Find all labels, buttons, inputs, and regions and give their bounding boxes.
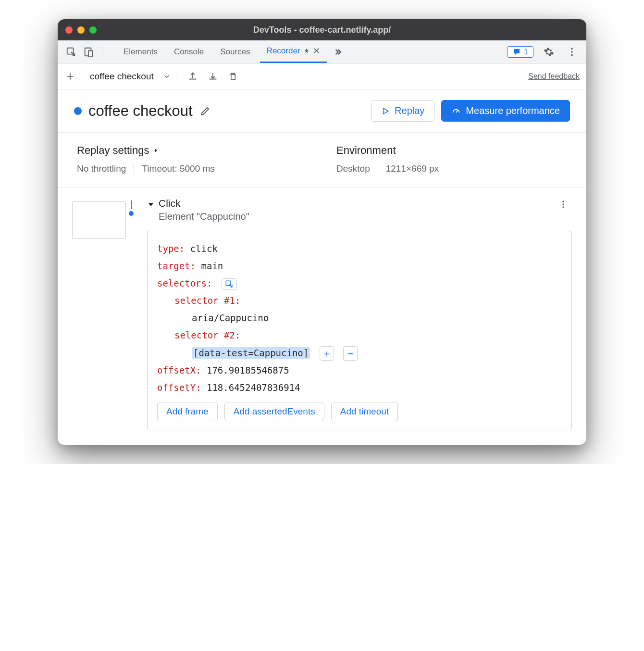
environment-block: Environment Desktop 1211×669 px — [336, 144, 567, 174]
remove-selector-button[interactable]: − — [343, 346, 358, 361]
tab-recorder[interactable]: Recorder ✕ — [260, 40, 327, 63]
divider — [81, 71, 81, 82]
row-offsety[interactable]: offsetY: 118.6452407836914 — [157, 379, 562, 396]
inspect-element-icon[interactable] — [64, 45, 78, 59]
replay-button[interactable]: Replay — [371, 100, 434, 122]
offsetx-val: 176.90185546875 — [207, 365, 289, 376]
tab-recorder-label: Recorder — [267, 46, 300, 56]
window-title: DevTools - coffee-cart.netlify.app/ — [253, 25, 391, 35]
devtools-window: DevTools - coffee-cart.netlify.app/ Elem… — [58, 19, 586, 445]
row-selector-2-val[interactable]: [data-test=Cappucino] ＋ − — [157, 344, 562, 362]
svg-point-3 — [571, 48, 573, 50]
add-asserted-events-button[interactable]: Add assertedEvents — [224, 402, 324, 421]
issues-badge[interactable]: 1 — [507, 46, 533, 58]
replay-settings-block: Replay settings No throttling Timeout: 5… — [77, 144, 308, 174]
svg-point-7 — [562, 203, 564, 205]
gauge-icon — [451, 106, 461, 116]
row-selector-1[interactable]: selector #1: — [157, 292, 562, 309]
more-tabs-icon[interactable] — [330, 40, 345, 63]
close-tab-icon[interactable]: ✕ — [313, 46, 320, 56]
svg-point-4 — [571, 51, 573, 53]
step-content: Click Element "Cappucino" type: click ta… — [136, 198, 572, 430]
tab-sources[interactable]: Sources — [213, 40, 257, 63]
settings-row: Replay settings No throttling Timeout: 5… — [58, 133, 586, 188]
delete-button[interactable] — [225, 69, 241, 84]
close-window-button[interactable] — [65, 26, 73, 34]
tab-elements[interactable]: Elements — [117, 40, 164, 63]
selectors-key: selectors — [157, 278, 207, 288]
import-button[interactable] — [205, 69, 221, 84]
recording-select-name: coffee checkout — [86, 71, 158, 82]
selector1-key: selector #1 — [174, 295, 235, 306]
offsety-val: 118.6452407836914 — [207, 382, 300, 393]
type-val: click — [190, 243, 218, 254]
svg-point-8 — [562, 206, 564, 208]
toolbar-right: 1 — [507, 44, 580, 60]
replay-settings-values: No throttling Timeout: 5000 ms — [77, 163, 308, 174]
offsety-key: offsetY — [157, 382, 196, 393]
add-recording-button[interactable] — [64, 71, 76, 82]
step-title: Click — [159, 198, 551, 209]
target-key: target — [157, 261, 190, 271]
row-selectors[interactable]: selectors: — [157, 275, 562, 292]
step-rail — [131, 200, 132, 209]
selector-picker-button[interactable] — [222, 278, 237, 290]
selector1-val: aria/Cappucino — [192, 313, 269, 323]
minimize-window-button[interactable] — [77, 26, 85, 34]
step-dot — [129, 211, 134, 216]
step-subtitle: Element "Cappucino" — [159, 211, 551, 222]
step-detail: type: click target: main selectors: sele… — [147, 231, 572, 430]
row-selector-2[interactable]: selector #2: — [157, 326, 562, 344]
measure-performance-button[interactable]: Measure performance — [441, 100, 570, 122]
send-feedback-link[interactable]: Send feedback — [528, 72, 580, 81]
selector2-key: selector #2 — [174, 330, 235, 340]
row-target[interactable]: target: main — [157, 257, 562, 275]
row-selector-1-val[interactable]: aria/Cappucino — [157, 309, 562, 326]
pin-icon — [303, 48, 310, 54]
main-toolbar: Elements Console Sources Recorder ✕ 1 — [58, 40, 586, 63]
recording-select[interactable] — [162, 72, 177, 81]
svg-rect-2 — [88, 50, 92, 57]
maximize-window-button[interactable] — [89, 26, 97, 34]
more-menu-icon[interactable] — [564, 44, 580, 60]
titlebar: DevTools - coffee-cart.netlify.app/ — [58, 19, 586, 40]
recording-title: coffee checkout — [88, 102, 193, 120]
row-offsetx[interactable]: offsetX: 176.90185546875 — [157, 362, 562, 379]
device-value: Desktop — [336, 163, 378, 174]
step-header[interactable]: Click Element "Cappucino" — [136, 198, 572, 222]
panel-tabs: Elements Console Sources Recorder ✕ — [117, 40, 345, 63]
chevron-down-icon — [162, 72, 171, 81]
timeout-value: Timeout: 5000 ms — [142, 163, 214, 174]
recorder-subtoolbar: coffee checkout Send feedback — [58, 63, 586, 89]
issues-icon — [512, 48, 521, 56]
step-thumbnail[interactable] — [72, 201, 126, 239]
svg-point-5 — [571, 54, 573, 56]
export-button[interactable] — [185, 69, 200, 84]
step-action-row: Add frame Add assertedEvents Add timeout — [157, 402, 562, 421]
settings-icon[interactable] — [541, 44, 557, 60]
device-toggle-icon[interactable] — [82, 45, 95, 59]
environment-title: Environment — [336, 144, 567, 157]
dimensions-value: 1211×669 px — [386, 163, 439, 174]
add-selector-button[interactable]: ＋ — [320, 346, 334, 361]
expand-icon — [147, 200, 155, 208]
row-type[interactable]: type: click — [157, 240, 562, 257]
selector2-val: [data-test=Cappucino] — [192, 347, 310, 359]
issues-count: 1 — [524, 48, 528, 56]
play-icon — [381, 107, 390, 115]
chevron-right-icon — [153, 148, 159, 153]
tab-console[interactable]: Console — [167, 40, 211, 63]
step-menu-button[interactable] — [555, 198, 572, 211]
replay-settings-title[interactable]: Replay settings — [77, 144, 308, 157]
type-key: type — [157, 243, 179, 254]
step-area: Click Element "Cappucino" type: click ta… — [58, 188, 586, 445]
divider — [102, 46, 102, 58]
environment-values: Desktop 1211×669 px — [336, 163, 567, 174]
add-frame-button[interactable]: Add frame — [157, 402, 218, 421]
svg-point-6 — [562, 201, 564, 202]
offsetx-key: offsetX — [157, 365, 196, 376]
add-timeout-button[interactable]: Add timeout — [331, 402, 398, 421]
traffic-lights — [65, 26, 97, 34]
edit-title-button[interactable] — [199, 105, 211, 117]
measure-label: Measure performance — [466, 105, 560, 116]
